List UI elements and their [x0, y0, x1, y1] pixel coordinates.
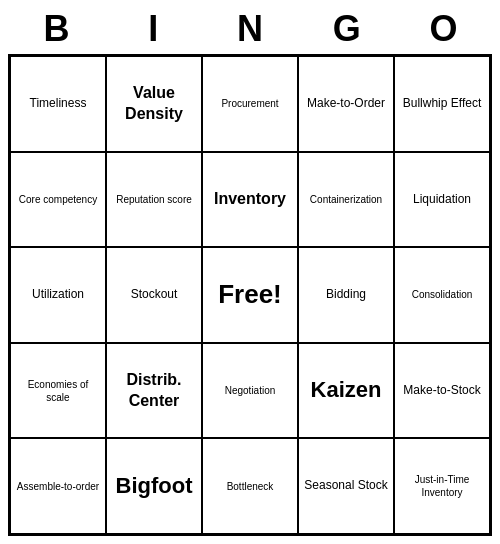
bingo-cell-14[interactable]: Consolidation	[394, 247, 490, 343]
bingo-cell-21[interactable]: Bigfoot	[106, 438, 202, 534]
letter-n: N	[202, 8, 299, 50]
bingo-cell-23[interactable]: Seasonal Stock	[298, 438, 394, 534]
bingo-cell-16[interactable]: Distrib. Center	[106, 343, 202, 439]
letter-g: G	[298, 8, 395, 50]
bingo-cell-13[interactable]: Bidding	[298, 247, 394, 343]
bingo-cell-0[interactable]: Timeliness	[10, 56, 106, 152]
bingo-cell-18[interactable]: Kaizen	[298, 343, 394, 439]
bingo-cell-5[interactable]: Core competency	[10, 152, 106, 248]
bingo-cell-7[interactable]: Inventory	[202, 152, 298, 248]
bingo-cell-12[interactable]: Free!	[202, 247, 298, 343]
bingo-cell-1[interactable]: Value Density	[106, 56, 202, 152]
bingo-cell-15[interactable]: Economies of scale	[10, 343, 106, 439]
bingo-grid: TimelinessValue DensityProcurementMake-t…	[8, 54, 492, 536]
bingo-cell-10[interactable]: Utilization	[10, 247, 106, 343]
bingo-cell-4[interactable]: Bullwhip Effect	[394, 56, 490, 152]
bingo-cell-3[interactable]: Make-to-Order	[298, 56, 394, 152]
bingo-title: B I N G O	[8, 8, 492, 50]
bingo-cell-19[interactable]: Make-to-Stock	[394, 343, 490, 439]
bingo-cell-9[interactable]: Liquidation	[394, 152, 490, 248]
bingo-cell-11[interactable]: Stockout	[106, 247, 202, 343]
bingo-cell-6[interactable]: Reputation score	[106, 152, 202, 248]
bingo-cell-22[interactable]: Bottleneck	[202, 438, 298, 534]
bingo-cell-2[interactable]: Procurement	[202, 56, 298, 152]
letter-b: B	[8, 8, 105, 50]
bingo-cell-8[interactable]: Containerization	[298, 152, 394, 248]
bingo-cell-24[interactable]: Just-in-Time Inventory	[394, 438, 490, 534]
bingo-cell-20[interactable]: Assemble-to-order	[10, 438, 106, 534]
letter-i: I	[105, 8, 202, 50]
letter-o: O	[395, 8, 492, 50]
bingo-cell-17[interactable]: Negotiation	[202, 343, 298, 439]
